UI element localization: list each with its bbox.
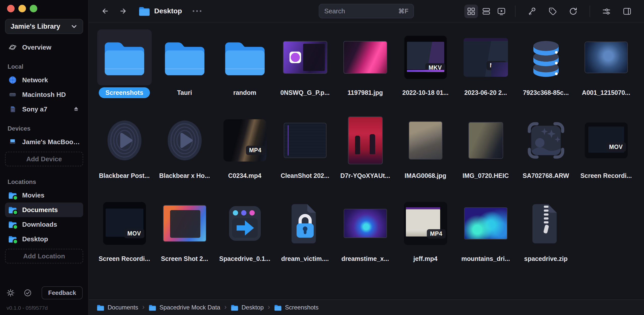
folder-icon [8, 191, 17, 200]
file-thumbnail [459, 195, 513, 251]
sidebar-item[interactable]: Downloads [5, 217, 83, 232]
settings-gear-icon[interactable] [6, 288, 16, 298]
device-icon [8, 75, 17, 85]
refresh-button[interactable] [566, 5, 580, 18]
grid-item[interactable]: Tauri [154, 29, 215, 112]
sidebar-item[interactable]: Network [5, 73, 83, 87]
grid-item[interactable]: 1197981.jpg [335, 29, 395, 112]
grid-item[interactable]: IMAG0068.jpg [395, 112, 456, 195]
library-switcher[interactable]: Jamie's Library [5, 19, 83, 34]
grid-item[interactable]: D7r-YQoXYAUt... [335, 112, 395, 195]
grid-item[interactable]: spacedrive.zip [516, 195, 576, 279]
sidebar-item-label: Desktop [22, 235, 48, 243]
sidebar: Jamie's Library Overview Local Network [0, 0, 89, 315]
file-name: CleanShot 202... [277, 170, 333, 181]
file-thumbnail [338, 195, 393, 251]
breadcrumb[interactable]: Screenshots [274, 304, 318, 311]
grid-item[interactable]: Blackbear Post... [94, 112, 154, 195]
sidebar-item[interactable]: Desktop [5, 232, 83, 246]
breadcrumb[interactable]: Documents [97, 304, 138, 311]
grid-view-button[interactable] [464, 5, 478, 18]
file-name: 1197981.jpg [343, 87, 387, 98]
sidebar-footer: Feedback [6, 286, 83, 299]
section-title-local: Local [8, 63, 83, 70]
key-manager-button[interactable] [525, 5, 539, 18]
thumbnail-art [409, 121, 442, 160]
grid-item[interactable]: A001_1215070... [576, 29, 636, 112]
thumbnail-art [343, 41, 387, 74]
search-shortcut: ⌘F [398, 8, 408, 15]
list-view-button[interactable] [479, 5, 493, 18]
grid-item[interactable]: MP4 C0234.mp4 [215, 112, 275, 195]
thumbnail-art [163, 205, 206, 242]
thumbnail-art [102, 40, 147, 75]
file-name: SA702768.ARW [519, 170, 573, 181]
grid-item[interactable]: MP4 jeff.mp4 [395, 195, 456, 279]
sidebar-item[interactable]: Sony a7 [5, 102, 83, 116]
search-placeholder: Search [324, 7, 345, 15]
sidebar-item[interactable]: Jamie's MacBook... [5, 135, 83, 149]
grid-item[interactable]: Screenshots [94, 29, 154, 112]
sidebar-item[interactable]: Documents [5, 203, 83, 217]
grid-item[interactable]: CleanShot 202... [275, 112, 335, 195]
thumbnail-art [287, 202, 323, 245]
current-location-title: Desktop [154, 7, 182, 15]
sidebar-item-overview[interactable]: Overview [5, 40, 83, 55]
breadcrumb[interactable]: Spacedrive Mock Data [149, 304, 220, 311]
grid-item[interactable]: random [215, 29, 275, 112]
file-name: Screen Shot 2... [157, 253, 212, 264]
add-device-button[interactable]: Add Device [5, 152, 83, 166]
chevron-down-icon [71, 23, 78, 30]
toolbar [464, 0, 637, 23]
breadcrumb[interactable]: Desktop [231, 304, 264, 311]
grid-item[interactable]: MOV Screen Recordi... [576, 112, 636, 195]
minimize-window-button[interactable] [18, 5, 26, 12]
grid-item[interactable]: dreamstime_x... [335, 195, 395, 279]
online-dot [13, 224, 18, 230]
grid-item[interactable]: MKV 2023-06-20 2... [456, 29, 516, 112]
grid-item[interactable]: Screen Shot 2... [154, 195, 215, 279]
file-name: Spacedrive_0.1... [215, 253, 274, 264]
add-location-button[interactable]: Add Location [5, 249, 83, 263]
spacedrive-window: Jamie's Library Overview Local Network [0, 0, 644, 315]
grid-item[interactable]: MKV 2022-10-18 01... [395, 29, 456, 112]
breadcrumb-label: Spacedrive Mock Data [159, 304, 220, 311]
file-grid: Screenshots Tauri [94, 29, 636, 279]
grid-item[interactable]: mountains_dri... [456, 195, 516, 279]
file-type-icon [528, 202, 564, 245]
back-button[interactable] [100, 6, 111, 17]
file-name: spacedrive.zip [520, 253, 571, 264]
file-thumbnail [519, 112, 573, 168]
grid-item[interactable]: IMG_0720.HEIC [456, 112, 516, 195]
thumbnail-art [283, 41, 327, 74]
inspector-toggle-button[interactable] [620, 5, 634, 18]
grid-item[interactable]: 0NSWQ_G_P.p... [275, 29, 335, 112]
thumbnail-art [226, 204, 264, 243]
forward-button[interactable] [117, 6, 128, 17]
grid-item[interactable]: Blackbear x Ho... [154, 112, 215, 195]
grid-item[interactable]: Spacedrive_0.1... [215, 195, 275, 279]
grid-item[interactable]: 7923c368-85c... [516, 29, 576, 112]
maximize-window-button[interactable] [30, 5, 37, 12]
grid-item[interactable]: MOV Screen Recordi... [94, 195, 154, 279]
file-thumbnail [278, 112, 332, 168]
grid-item[interactable]: dream_victim.... [275, 195, 335, 279]
online-dot [13, 195, 18, 201]
jobs-check-icon[interactable] [23, 288, 33, 298]
tag-button[interactable] [546, 5, 559, 18]
thumbnail-art [527, 121, 565, 160]
sidebar-item[interactable]: Movies [5, 188, 83, 203]
file-type-icon [527, 37, 565, 77]
close-window-button[interactable] [7, 5, 15, 12]
search-input[interactable]: Search ⌘F [319, 4, 414, 18]
breadcrumb-separator: › [268, 303, 270, 312]
more-options-button[interactable] [191, 9, 203, 13]
folder-icon [8, 234, 17, 244]
thumbnail-art [106, 119, 143, 162]
eject-icon[interactable] [72, 105, 80, 113]
feedback-button[interactable]: Feedback [42, 286, 83, 299]
grid-item[interactable]: SA702768.ARW [516, 112, 576, 195]
media-view-button[interactable] [495, 5, 508, 18]
explorer-options-button[interactable] [600, 5, 613, 18]
sidebar-item[interactable]: Macintosh HD [5, 87, 83, 102]
